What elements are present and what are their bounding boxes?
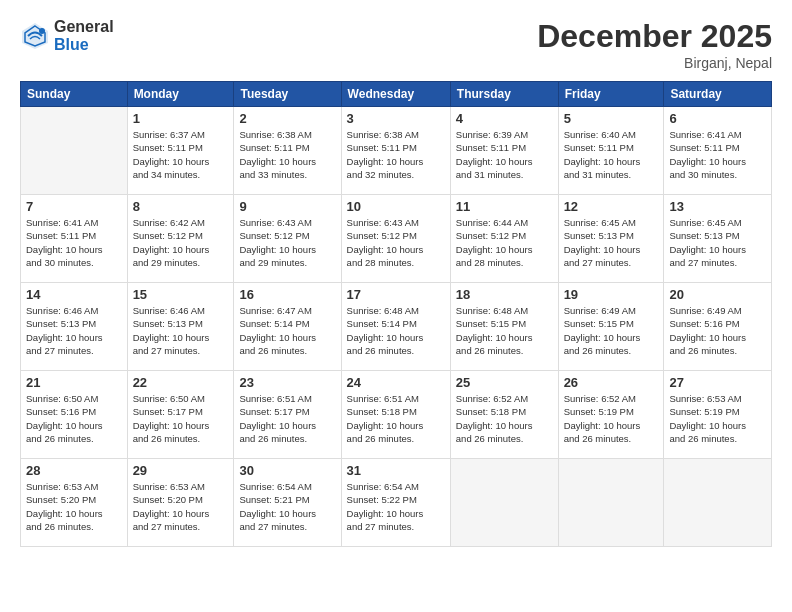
col-saturday: Saturday [664,82,772,107]
col-monday: Monday [127,82,234,107]
day-cell: 21Sunrise: 6:50 AM Sunset: 5:16 PM Dayli… [21,371,128,459]
week-row-5: 28Sunrise: 6:53 AM Sunset: 5:20 PM Dayli… [21,459,772,547]
day-info: Sunrise: 6:39 AM Sunset: 5:11 PM Dayligh… [456,128,553,181]
day-info: Sunrise: 6:37 AM Sunset: 5:11 PM Dayligh… [133,128,229,181]
logo-blue-text: Blue [54,36,114,54]
day-info: Sunrise: 6:47 AM Sunset: 5:14 PM Dayligh… [239,304,335,357]
day-cell: 1Sunrise: 6:37 AM Sunset: 5:11 PM Daylig… [127,107,234,195]
day-number: 22 [133,375,229,390]
day-info: Sunrise: 6:51 AM Sunset: 5:17 PM Dayligh… [239,392,335,445]
day-cell: 2Sunrise: 6:38 AM Sunset: 5:11 PM Daylig… [234,107,341,195]
day-cell: 5Sunrise: 6:40 AM Sunset: 5:11 PM Daylig… [558,107,664,195]
week-row-2: 7Sunrise: 6:41 AM Sunset: 5:11 PM Daylig… [21,195,772,283]
day-info: Sunrise: 6:45 AM Sunset: 5:13 PM Dayligh… [669,216,766,269]
day-number: 12 [564,199,659,214]
day-info: Sunrise: 6:38 AM Sunset: 5:11 PM Dayligh… [239,128,335,181]
day-number: 31 [347,463,445,478]
day-info: Sunrise: 6:43 AM Sunset: 5:12 PM Dayligh… [239,216,335,269]
day-number: 3 [347,111,445,126]
day-info: Sunrise: 6:50 AM Sunset: 5:17 PM Dayligh… [133,392,229,445]
day-cell: 24Sunrise: 6:51 AM Sunset: 5:18 PM Dayli… [341,371,450,459]
calendar-body: 1Sunrise: 6:37 AM Sunset: 5:11 PM Daylig… [21,107,772,547]
day-info: Sunrise: 6:53 AM Sunset: 5:20 PM Dayligh… [26,480,122,533]
header-row: Sunday Monday Tuesday Wednesday Thursday… [21,82,772,107]
day-cell: 14Sunrise: 6:46 AM Sunset: 5:13 PM Dayli… [21,283,128,371]
day-info: Sunrise: 6:50 AM Sunset: 5:16 PM Dayligh… [26,392,122,445]
day-cell: 9Sunrise: 6:43 AM Sunset: 5:12 PM Daylig… [234,195,341,283]
day-number: 13 [669,199,766,214]
day-cell: 8Sunrise: 6:42 AM Sunset: 5:12 PM Daylig… [127,195,234,283]
day-cell: 25Sunrise: 6:52 AM Sunset: 5:18 PM Dayli… [450,371,558,459]
day-number: 24 [347,375,445,390]
day-info: Sunrise: 6:40 AM Sunset: 5:11 PM Dayligh… [564,128,659,181]
day-number: 10 [347,199,445,214]
col-thursday: Thursday [450,82,558,107]
day-info: Sunrise: 6:49 AM Sunset: 5:16 PM Dayligh… [669,304,766,357]
title-block: December 2025 Birganj, Nepal [537,18,772,71]
day-number: 19 [564,287,659,302]
day-cell [664,459,772,547]
day-number: 1 [133,111,229,126]
day-cell: 17Sunrise: 6:48 AM Sunset: 5:14 PM Dayli… [341,283,450,371]
day-info: Sunrise: 6:48 AM Sunset: 5:15 PM Dayligh… [456,304,553,357]
day-number: 4 [456,111,553,126]
day-cell: 12Sunrise: 6:45 AM Sunset: 5:13 PM Dayli… [558,195,664,283]
day-info: Sunrise: 6:54 AM Sunset: 5:21 PM Dayligh… [239,480,335,533]
day-number: 15 [133,287,229,302]
day-number: 21 [26,375,122,390]
day-number: 26 [564,375,659,390]
header: General Blue December 2025 Birganj, Nepa… [20,18,772,71]
day-cell: 22Sunrise: 6:50 AM Sunset: 5:17 PM Dayli… [127,371,234,459]
day-cell: 6Sunrise: 6:41 AM Sunset: 5:11 PM Daylig… [664,107,772,195]
col-friday: Friday [558,82,664,107]
day-cell [558,459,664,547]
day-number: 8 [133,199,229,214]
day-cell: 13Sunrise: 6:45 AM Sunset: 5:13 PM Dayli… [664,195,772,283]
day-info: Sunrise: 6:53 AM Sunset: 5:20 PM Dayligh… [133,480,229,533]
day-number: 28 [26,463,122,478]
logo-icon [20,21,50,51]
day-info: Sunrise: 6:44 AM Sunset: 5:12 PM Dayligh… [456,216,553,269]
col-sunday: Sunday [21,82,128,107]
day-info: Sunrise: 6:38 AM Sunset: 5:11 PM Dayligh… [347,128,445,181]
col-wednesday: Wednesday [341,82,450,107]
day-number: 27 [669,375,766,390]
day-info: Sunrise: 6:43 AM Sunset: 5:12 PM Dayligh… [347,216,445,269]
day-info: Sunrise: 6:54 AM Sunset: 5:22 PM Dayligh… [347,480,445,533]
day-number: 23 [239,375,335,390]
day-cell: 27Sunrise: 6:53 AM Sunset: 5:19 PM Dayli… [664,371,772,459]
day-cell [21,107,128,195]
week-row-1: 1Sunrise: 6:37 AM Sunset: 5:11 PM Daylig… [21,107,772,195]
day-number: 5 [564,111,659,126]
day-number: 29 [133,463,229,478]
day-number: 18 [456,287,553,302]
day-info: Sunrise: 6:42 AM Sunset: 5:12 PM Dayligh… [133,216,229,269]
day-cell: 29Sunrise: 6:53 AM Sunset: 5:20 PM Dayli… [127,459,234,547]
day-number: 7 [26,199,122,214]
day-cell: 15Sunrise: 6:46 AM Sunset: 5:13 PM Dayli… [127,283,234,371]
day-cell: 28Sunrise: 6:53 AM Sunset: 5:20 PM Dayli… [21,459,128,547]
day-cell: 31Sunrise: 6:54 AM Sunset: 5:22 PM Dayli… [341,459,450,547]
day-info: Sunrise: 6:46 AM Sunset: 5:13 PM Dayligh… [133,304,229,357]
location: Birganj, Nepal [537,55,772,71]
day-cell: 20Sunrise: 6:49 AM Sunset: 5:16 PM Dayli… [664,283,772,371]
day-number: 2 [239,111,335,126]
day-info: Sunrise: 6:45 AM Sunset: 5:13 PM Dayligh… [564,216,659,269]
month-title: December 2025 [537,18,772,55]
day-info: Sunrise: 6:48 AM Sunset: 5:14 PM Dayligh… [347,304,445,357]
page: General Blue December 2025 Birganj, Nepa… [0,0,792,612]
day-cell: 4Sunrise: 6:39 AM Sunset: 5:11 PM Daylig… [450,107,558,195]
logo-general-text: General [54,18,114,36]
day-info: Sunrise: 6:52 AM Sunset: 5:19 PM Dayligh… [564,392,659,445]
day-cell: 16Sunrise: 6:47 AM Sunset: 5:14 PM Dayli… [234,283,341,371]
day-cell: 26Sunrise: 6:52 AM Sunset: 5:19 PM Dayli… [558,371,664,459]
logo: General Blue [20,18,114,53]
day-number: 20 [669,287,766,302]
day-cell: 10Sunrise: 6:43 AM Sunset: 5:12 PM Dayli… [341,195,450,283]
day-info: Sunrise: 6:41 AM Sunset: 5:11 PM Dayligh… [669,128,766,181]
day-info: Sunrise: 6:53 AM Sunset: 5:19 PM Dayligh… [669,392,766,445]
day-cell: 30Sunrise: 6:54 AM Sunset: 5:21 PM Dayli… [234,459,341,547]
day-info: Sunrise: 6:52 AM Sunset: 5:18 PM Dayligh… [456,392,553,445]
day-cell: 3Sunrise: 6:38 AM Sunset: 5:11 PM Daylig… [341,107,450,195]
day-number: 11 [456,199,553,214]
